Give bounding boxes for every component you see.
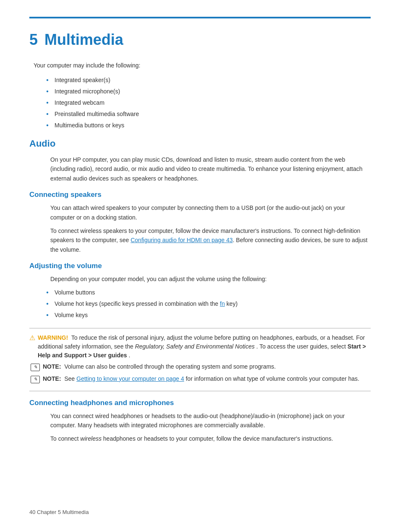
list-item: Volume buttons xyxy=(46,288,371,297)
list-item: Multimedia buttons or keys xyxy=(46,121,371,130)
chapter-title-text: Multimedia xyxy=(44,31,123,48)
warning-text3: . xyxy=(129,352,130,359)
list-item: Integrated microphone(s) xyxy=(46,87,371,96)
adjusting-volume-section: Adjusting the volume Depending on your c… xyxy=(29,262,371,391)
footer: 40 Chapter 5 Multimedia xyxy=(29,509,89,515)
note2-row: NOTE: See Getting to know your computer … xyxy=(29,374,371,384)
chapter-title: 5Multimedia xyxy=(29,31,371,49)
adjusting-volume-intro: Depending on your computer model, you ca… xyxy=(50,274,371,284)
note-icon-img xyxy=(31,364,40,371)
headphones-para2-italic: wireless xyxy=(81,435,102,442)
connecting-speakers-heading: Connecting speakers xyxy=(29,191,371,199)
connecting-headphones-heading: Connecting headphones and microphones xyxy=(29,399,371,407)
note-icon xyxy=(29,363,41,372)
connecting-headphones-section: Connecting headphones and microphones Yo… xyxy=(29,399,371,444)
warning-text: WARNING! To reduce the risk of personal … xyxy=(38,333,371,360)
headphones-para1: You can connect wired headphones or head… xyxy=(50,411,371,430)
note2-text: NOTE: See Getting to know your computer … xyxy=(43,374,371,383)
getting-to-know-link[interactable]: Getting to know your computer on page 4 xyxy=(76,375,184,382)
top-border xyxy=(29,17,371,18)
note1-label: NOTE: xyxy=(43,363,61,370)
intro-bullet-list: Integrated speaker(s) Integrated microph… xyxy=(46,76,371,130)
list-item: Integrated webcam xyxy=(46,98,371,107)
note1-body: Volume can also be controlled through th… xyxy=(64,363,275,370)
chapter-number: 5 xyxy=(29,31,38,48)
connecting-speakers-section: Connecting speakers You can attach wired… xyxy=(29,191,371,254)
list-item: Preinstalled multimedia software xyxy=(46,110,371,119)
headphones-para2: To connect wireless headphones or headse… xyxy=(50,434,371,443)
warning-box: ⚠ WARNING! To reduce the risk of persona… xyxy=(29,328,371,391)
note2-icon xyxy=(29,375,41,384)
audio-section: Audio On your HP computer, you can play … xyxy=(29,138,371,183)
connecting-speakers-para2: To connect wireless speakers to your com… xyxy=(50,226,371,254)
list-item: Volume hot keys (specific keys pressed i… xyxy=(46,300,371,308)
page: 5Multimedia Your computer may include th… xyxy=(0,0,400,532)
warning-icon: ⚠ xyxy=(29,334,35,342)
warning-row: ⚠ WARNING! To reduce the risk of persona… xyxy=(29,333,371,360)
hdmi-link[interactable]: Configuring audio for HDMI on page 43 xyxy=(130,237,233,243)
list-item: Integrated speaker(s) xyxy=(46,76,371,85)
volume-bullet-list: Volume buttons Volume hot keys (specific… xyxy=(46,288,371,320)
warning-label: WARNING! xyxy=(38,334,68,341)
warning-text2: . To access the user guides, select xyxy=(256,343,348,350)
note2-label: NOTE: xyxy=(43,375,61,382)
adjusting-volume-heading: Adjusting the volume xyxy=(29,262,371,270)
note2-icon-img xyxy=(31,376,40,383)
headphones-para2-after: headphones or headsets to your computer,… xyxy=(101,435,333,442)
note2-before: See xyxy=(64,375,76,382)
audio-heading: Audio xyxy=(29,138,371,149)
warning-italic: Regulatory, Safety and Environmental Not… xyxy=(135,343,255,350)
fn-link[interactable]: fn xyxy=(220,300,225,307)
audio-body: On your HP computer, you can play music … xyxy=(50,155,371,183)
note1-text: NOTE: Volume can also be controlled thro… xyxy=(43,362,371,371)
headphones-para2-before: To connect xyxy=(50,435,81,442)
connecting-speakers-para1: You can attach wired speakers to your co… xyxy=(50,203,371,222)
list-item: Volume keys xyxy=(46,311,371,320)
intro-text: Your computer may include the following: xyxy=(34,61,371,70)
note2-after: for information on what type of volume c… xyxy=(186,375,359,382)
note1-row: NOTE: Volume can also be controlled thro… xyxy=(29,362,371,372)
